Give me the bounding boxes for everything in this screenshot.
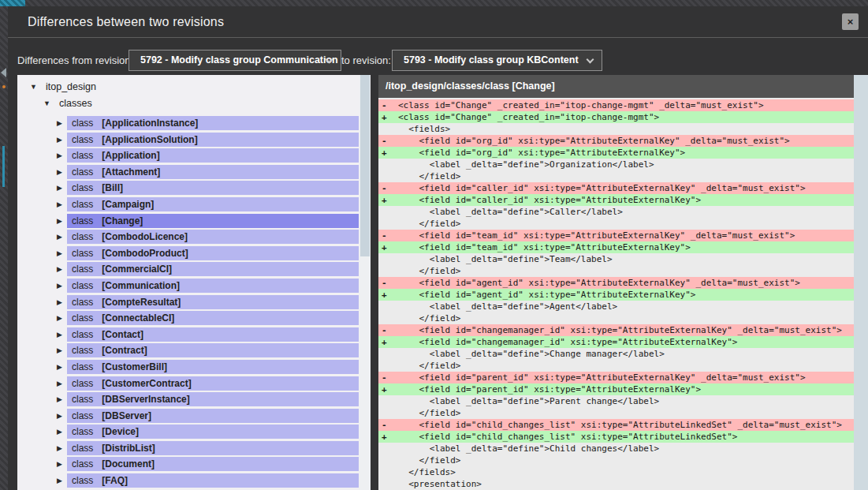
diff-line-context: <presentation> <box>378 478 854 490</box>
tree-item-box[interactable]: class[Application] <box>67 148 359 163</box>
tree-item-box[interactable]: class[ApplicationSolution] <box>67 133 359 147</box>
tree-item-box[interactable]: class[Contract] <box>67 343 359 357</box>
collapsed-arrow-icon[interactable]: ▶ <box>57 363 62 371</box>
tree-item-box[interactable]: class[DBServer] <box>67 409 359 423</box>
tree-item-class-ApplicationInstance[interactable]: ▶class[ApplicationInstance] <box>17 116 371 130</box>
tree-item-box[interactable]: class[DistribList] <box>67 441 359 455</box>
tree-item-class-Document[interactable]: ▶class[Document] <box>17 457 371 471</box>
tree-scrollbar[interactable] <box>359 75 371 490</box>
tree-item-prefix: class <box>72 231 93 242</box>
collapsed-arrow-icon[interactable]: ▶ <box>57 168 62 176</box>
diff-line-removed: -<class id="Change" _created_in="itop-ch… <box>378 99 854 111</box>
collapsed-arrow-icon[interactable]: ▶ <box>57 444 62 452</box>
tree-item-box[interactable]: class[FAQ] <box>67 473 359 488</box>
tree-item-class-CustomerContract[interactable]: ▶class[CustomerContract] <box>17 376 371 391</box>
from-revision-select[interactable]: 5792 - Modify class group Communication <box>129 50 341 71</box>
title-divider <box>8 37 868 38</box>
tree-item-box[interactable]: class[Campaign] <box>67 197 359 211</box>
to-revision-select[interactable]: 5793 - Modify class group KBContent <box>392 50 602 71</box>
collapsed-arrow-icon[interactable]: ▶ <box>57 249 62 257</box>
diff-line-context: <label _delta="define">Agent</label> <box>378 301 854 312</box>
collapsed-arrow-icon[interactable]: ▶ <box>57 314 62 322</box>
revision-diff-dialog: Differences between two revisions × Diff… <box>8 6 868 490</box>
tree-item-box[interactable]: class[Bill] <box>67 181 359 195</box>
diff-code-text: <field id="parent_id" xsi:type="Attribut… <box>398 384 701 395</box>
diff-code-text: <field id="team_id" xsi:type="AttributeE… <box>398 230 795 241</box>
tree-item-class-Contract[interactable]: ▶class[Contract] <box>17 343 371 357</box>
tree-item-box[interactable]: class[CustomerContract] <box>67 376 359 391</box>
collapsed-arrow-icon[interactable]: ▶ <box>57 136 62 144</box>
diff-line-context: <label _delta="define">Organization</lab… <box>378 159 854 170</box>
tree-item-box[interactable]: class[Communication] <box>67 279 359 293</box>
collapsed-arrow-icon[interactable]: ▶ <box>57 380 62 387</box>
tree-item-box[interactable]: class[CommercialCI] <box>67 262 359 276</box>
tree-item-prefix: class <box>72 361 93 372</box>
diff-scrollbar[interactable] <box>854 75 868 490</box>
tree-item-box[interactable]: class[CustomerBill] <box>67 360 359 374</box>
expanded-arrow-icon[interactable]: ▼ <box>43 95 50 111</box>
tree-item-box[interactable]: class[CompteResultat] <box>67 295 359 309</box>
diff-marker: + <box>382 336 387 348</box>
collapsed-arrow-icon[interactable]: ▶ <box>57 460 62 468</box>
collapsed-arrow-icon[interactable]: ▶ <box>57 477 62 484</box>
from-revision-value: 5792 - Modify class group Communication <box>140 54 338 65</box>
tree-item-box[interactable]: class[Device] <box>67 425 359 439</box>
collapsed-arrow-icon[interactable]: ▶ <box>57 331 62 339</box>
collapsed-arrow-icon[interactable]: ▶ <box>57 282 62 290</box>
diff-code-text: <label _delta="define">Change manager</l… <box>398 349 665 359</box>
tree-node-label: classes <box>59 98 92 109</box>
diff-line-added: + <field id="org_id" xsi:type="Attribute… <box>378 147 854 159</box>
collapsed-arrow-icon[interactable]: ▶ <box>57 298 62 306</box>
collapsed-arrow-icon[interactable]: ▶ <box>57 200 62 208</box>
tree-item-class-CombodoProduct[interactable]: ▶class[CombodoProduct] <box>17 246 371 260</box>
collapsed-arrow-icon[interactable]: ▶ <box>57 233 62 241</box>
tree-item-box[interactable]: class[CombodoProduct] <box>67 246 359 260</box>
tree-item-class-ApplicationSolution[interactable]: ▶class[ApplicationSolution] <box>17 133 371 147</box>
tree-item-class-Device[interactable]: ▶class[Device] <box>17 425 371 439</box>
tree-item-class-CommercialCI[interactable]: ▶class[CommercialCI] <box>17 262 371 276</box>
tree-item-box[interactable]: class[DBServerInstance] <box>67 392 359 406</box>
tree-item-class-CombodoLicence[interactable]: ▶class[CombodoLicence] <box>17 230 371 244</box>
expanded-arrow-icon[interactable]: ▼ <box>30 79 37 95</box>
close-button[interactable]: × <box>842 13 859 30</box>
tree-item-box[interactable]: class[Attachment] <box>67 165 359 179</box>
tree-item-box[interactable]: class[ApplicationInstance] <box>67 116 359 130</box>
tree-item-class-Communication[interactable]: ▶class[Communication] <box>17 279 371 293</box>
tree-item-class-ConnectableCI[interactable]: ▶class[ConnectableCI] <box>17 311 371 325</box>
tree-item-box[interactable]: class[Change] <box>67 214 359 228</box>
tree-node-itop-design[interactable]: ▼ itop_design <box>17 79 371 95</box>
tree-item-box[interactable]: class[Contact] <box>67 327 359 342</box>
tree-item-prefix: class <box>72 199 93 210</box>
collapsed-arrow-icon[interactable]: ▶ <box>57 119 62 127</box>
collapsed-arrow-icon[interactable]: ▶ <box>57 217 62 225</box>
tree-item-box[interactable]: class[CombodoLicence] <box>67 230 359 244</box>
collapsed-arrow-icon[interactable]: ▶ <box>57 428 62 436</box>
class-tree-panel: ▼ itop_design ▼ classes ▶class[Applicati… <box>17 75 371 490</box>
tree-item-box[interactable]: class[ConnectableCI] <box>67 311 359 325</box>
tree-item-class-Bill[interactable]: ▶class[Bill] <box>17 181 371 195</box>
tree-item-class-FAQ[interactable]: ▶class[FAQ] <box>17 473 371 488</box>
tree-item-box[interactable]: class[Document] <box>67 457 359 471</box>
tree-scrollbar-thumb[interactable] <box>360 75 370 256</box>
collapsed-arrow-icon[interactable]: ▶ <box>57 265 62 273</box>
tree-item-class-Contact[interactable]: ▶class[Contact] <box>17 327 371 342</box>
collapsed-arrow-icon[interactable]: ▶ <box>57 412 62 420</box>
collapsed-arrow-icon[interactable]: ▶ <box>57 184 62 192</box>
tree-node-classes[interactable]: ▼ classes <box>17 95 371 111</box>
diff-code-text: </field> <box>398 266 460 276</box>
collapsed-arrow-icon[interactable]: ▶ <box>57 151 62 159</box>
collapsed-arrow-icon[interactable]: ▶ <box>57 346 62 354</box>
tree-item-class-DBServerInstance[interactable]: ▶class[DBServerInstance] <box>17 392 371 406</box>
tree-item-class-DistribList[interactable]: ▶class[DistribList] <box>17 441 371 455</box>
collapsed-arrow-icon[interactable]: ▶ <box>57 395 62 403</box>
tree-item-class-Application[interactable]: ▶class[Application] <box>17 148 371 163</box>
diff-marker: + <box>382 383 387 395</box>
tree-item-class-Campaign[interactable]: ▶class[Campaign] <box>17 197 371 211</box>
diff-line-context: <fields> <box>378 123 854 135</box>
diff-marker: + <box>382 147 387 159</box>
tree-item-class-DBServer[interactable]: ▶class[DBServer] <box>17 409 371 423</box>
tree-item-class-Attachment[interactable]: ▶class[Attachment] <box>17 165 371 179</box>
tree-item-class-Change[interactable]: ▶class[Change] <box>17 214 371 228</box>
tree-item-class-CompteResultat[interactable]: ▶class[CompteResultat] <box>17 295 371 309</box>
tree-item-class-CustomerBill[interactable]: ▶class[CustomerBill] <box>17 360 371 374</box>
